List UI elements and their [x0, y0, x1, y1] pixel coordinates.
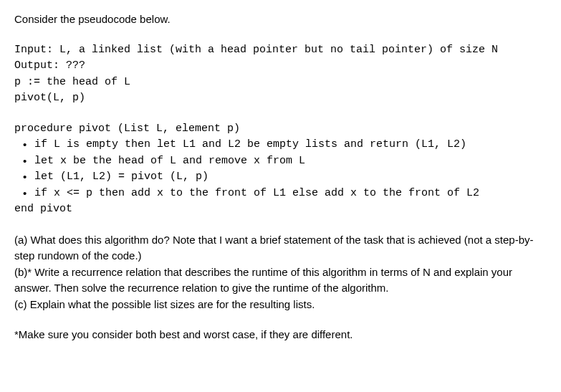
procedure-bullet: let x be the head of L and remove x from… — [34, 153, 547, 170]
code-line-assign: p := the head of L — [14, 76, 130, 88]
question-c: (c) Explain what the possible list sizes… — [14, 297, 547, 313]
footnote-text: *Make sure you consider both best and wo… — [14, 327, 547, 343]
code-line-input: Input: L, a linked list (with a head poi… — [14, 44, 498, 56]
procedure-bullet: if L is empty then let L1 and L2 be empt… — [34, 137, 547, 153]
question-b: (b)* Write a recurrence relation that de… — [14, 264, 547, 297]
questions-block: (a) What does this algorithm do? Note th… — [14, 232, 547, 313]
procedure-footer: end pivot — [14, 201, 547, 218]
code-line-output: Output: ??? — [14, 59, 85, 72]
question-a: (a) What does this algorithm do? Note th… — [14, 232, 547, 264]
procedure-bullet: let (L1, L2) = pivot (L, p) — [34, 169, 547, 186]
code-setup-block: Input: L, a linked list (with a head poi… — [14, 42, 547, 107]
procedure-bullet: if x <= p then add x to the front of L1 … — [34, 186, 547, 202]
code-line-call: pivot(L, p) — [14, 92, 85, 104]
intro-text: Consider the pseudocode below. — [14, 11, 547, 28]
procedure-bullet-list: if L is empty then let L1 and L2 be empt… — [14, 137, 547, 201]
procedure-header: procedure pivot (List L, element p) — [14, 121, 547, 138]
procedure-block: procedure pivot (List L, element p) if L… — [14, 121, 547, 218]
